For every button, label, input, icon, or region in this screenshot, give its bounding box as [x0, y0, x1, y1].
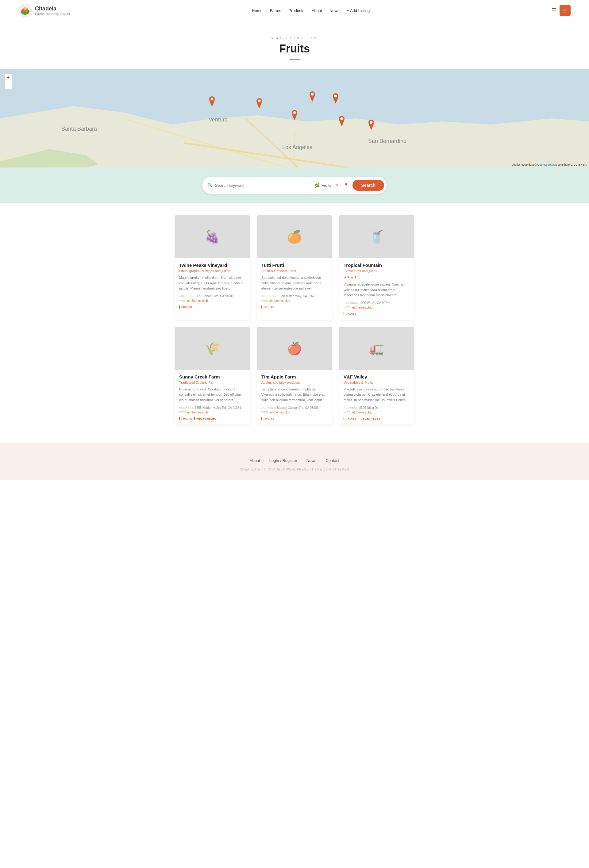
footer-nav-contact[interactable]: Contact	[325, 458, 339, 463]
svg-text:Santa Barbara: Santa Barbara	[61, 126, 97, 132]
card-body-2: Tutti Frutti Fresh & Candied Fruits Sed …	[257, 258, 332, 313]
map-marker-3[interactable]	[308, 92, 317, 102]
web-link[interactable]: ait-themes.club	[351, 306, 372, 309]
address-label: ADDRESS	[261, 294, 276, 298]
card-web: WEB ait-themes.club	[344, 411, 410, 414]
card-description: Proin ut nunc velit. Curabitur tincidunt…	[179, 387, 245, 403]
logo-title: Citadela	[35, 6, 70, 12]
card-title: Twine Peaks Vineyard	[179, 263, 245, 268]
card-tag[interactable]: FRUITS	[261, 306, 275, 309]
address-label: ADDRESS	[261, 406, 276, 409]
svg-text:Los Angeles: Los Angeles	[282, 144, 312, 150]
map-marker-5[interactable]	[290, 110, 299, 120]
card-subtitle: Vegetables & Fruits	[344, 381, 410, 384]
search-button[interactable]: Search	[353, 180, 384, 191]
zoom-out-button[interactable]: −	[4, 81, 12, 89]
web-label: WEB	[261, 299, 268, 303]
svg-point-20	[311, 93, 313, 95]
logo-area: Citadela Farms Directory Layout	[18, 4, 70, 17]
nav-farms[interactable]: Farms	[270, 8, 281, 13]
card-image-5[interactable]	[257, 327, 332, 370]
web-label: WEB	[261, 411, 268, 414]
map-marker-6[interactable]	[337, 116, 346, 126]
card-tag[interactable]: VEGETABLES	[194, 417, 216, 420]
card-tag[interactable]: FRUITS	[179, 417, 192, 420]
nav-home[interactable]: Home	[252, 8, 263, 13]
svg-point-22	[293, 111, 296, 114]
svg-point-3	[23, 7, 27, 10]
search-results-title: Fruits	[0, 42, 589, 55]
category-pill: 🌿 Fruits	[311, 183, 332, 188]
search-section: 🔍 🌿 Fruits ✕ 📍 Search	[0, 167, 589, 203]
map-attribution: Leaflet | Map data © OpenStreetMap contr…	[512, 163, 586, 166]
nav-add-listing[interactable]: + Add Listing	[347, 8, 370, 13]
nav-news[interactable]: News	[329, 8, 340, 13]
map-marker-1[interactable]	[208, 96, 216, 107]
card-tag[interactable]: FRUITS	[261, 417, 275, 420]
address-value: Manuel Canyon Rd, CA 93001	[277, 406, 319, 409]
card-subtitle: Fresh & Candied Fruits	[261, 269, 328, 273]
card-address: ADDRESS Manuel Canyon Rd, CA 93001	[261, 406, 328, 409]
nav-about[interactable]: About	[311, 8, 322, 13]
card-title: Tim Apple Farm	[261, 374, 328, 379]
footer-nav-login-/-register[interactable]: Login / Register	[269, 458, 297, 463]
search-icon: 🔍	[207, 183, 213, 188]
card-address: ADDRESS 1655 Hidden Valley Rd, CA 91361	[179, 406, 245, 409]
card-subtitle: Apples and juicy products	[261, 381, 328, 384]
web-link[interactable]: ait-themes.club	[187, 299, 208, 303]
web-link[interactable]: ait-themes.club	[187, 411, 208, 414]
nav-products[interactable]: Products	[289, 8, 304, 13]
map-background: Santa Barbara Ventura Los Angeles San Be…	[0, 69, 589, 167]
main-nav: Home Farms Products About News + Add Lis…	[252, 8, 370, 13]
clear-category-button[interactable]: ✕	[334, 183, 340, 188]
card-tag[interactable]: FRUITS	[344, 312, 357, 315]
card-tag[interactable]: VEGETABLES	[359, 417, 381, 420]
footer-nav-news[interactable]: News	[307, 458, 317, 463]
map-container[interactable]: Santa Barbara Ventura Los Angeles San Be…	[0, 69, 589, 167]
map-marker-2[interactable]	[255, 98, 264, 109]
card-tags: FRUITS	[261, 306, 328, 309]
listing-card-6: V&F Valley Vegetables & Fruits Phasellus…	[339, 327, 414, 425]
card-image-3[interactable]	[339, 215, 414, 258]
listing-card-4: Sunny Creek Farm Traditional Organic Far…	[175, 327, 250, 425]
card-subtitle: Exotic fruits and juices	[344, 269, 410, 273]
address-label: ADDRESS	[179, 294, 193, 298]
web-link[interactable]: ait-themes.club	[269, 411, 290, 414]
address-value: 1000 W I St, CA 90744	[359, 301, 391, 304]
svg-point-19	[258, 100, 260, 102]
logo-text: Citadela Farms Directory Layout	[35, 6, 70, 16]
card-image-1[interactable]	[175, 215, 250, 258]
card-image-6[interactable]	[339, 327, 414, 370]
card-web: WEB ait-themes.club	[261, 299, 328, 303]
card-description: Sed placerat condimentum molestie. Vivam…	[261, 387, 328, 403]
card-tag[interactable]: FRUITS	[179, 306, 192, 309]
web-link[interactable]: ait-themes.club	[269, 299, 290, 303]
address-value: 1 San Mateo Way, CA 92625	[277, 294, 316, 298]
card-web: WEB ait-themes.club	[179, 411, 245, 414]
web-label: WEB	[344, 306, 350, 309]
card-tags: FRUITSVEGETABLES	[344, 417, 410, 420]
logo-icon	[18, 4, 32, 17]
hamburger-button[interactable]: ☰	[552, 7, 557, 14]
cart-button[interactable]: 🛒	[559, 5, 571, 16]
map-marker-4[interactable]	[331, 93, 340, 104]
card-tag[interactable]: FRUITS	[344, 417, 357, 420]
map-zoom-controls[interactable]: + −	[4, 74, 12, 89]
address-label: ADDRESS	[179, 406, 193, 409]
card-image-4[interactable]	[175, 327, 250, 370]
map-marker-7[interactable]	[367, 120, 375, 130]
zoom-in-button[interactable]: +	[4, 74, 12, 81]
svg-point-21	[334, 95, 337, 97]
web-link[interactable]: ait-themes.club	[351, 411, 372, 414]
listing-card-2: Tutti Frutti Fresh & Candied Fruits Sed …	[257, 215, 332, 320]
footer-nav-about[interactable]: About	[250, 458, 260, 463]
card-stars: ★★★★☆	[344, 275, 410, 279]
svg-text:San Bernardino: San Bernardino	[368, 138, 406, 144]
card-web: WEB ait-themes.club	[261, 411, 328, 414]
card-title: Sunny Creek Farm	[179, 374, 245, 379]
card-image-2[interactable]	[257, 215, 332, 258]
search-results-label: Search Results For:	[0, 37, 589, 40]
listing-card-5: Tim Apple Farm Apples and juicy products…	[257, 327, 332, 425]
listing-card-1: Twine Peaks Vineyard Finest grapes for w…	[175, 215, 250, 320]
search-keyword-input[interactable]	[215, 183, 309, 188]
